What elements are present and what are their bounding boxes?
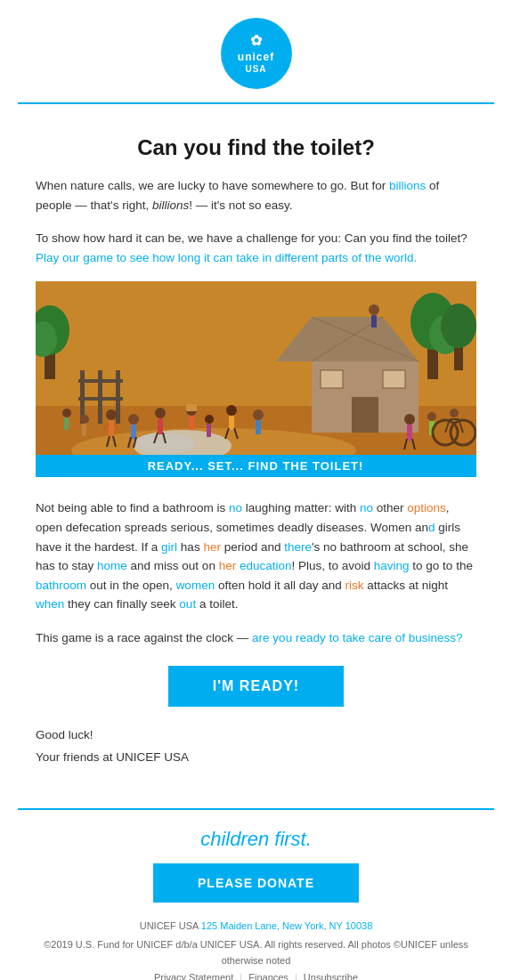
- svg-rect-59: [82, 424, 86, 436]
- her2-highlight: her: [219, 559, 237, 572]
- privacy-link[interactable]: Privacy Statement: [154, 972, 233, 980]
- having-highlight: having: [374, 559, 410, 572]
- svg-rect-15: [383, 370, 405, 388]
- ready-link[interactable]: are you ready to take care of business?: [252, 631, 462, 644]
- svg-point-41: [404, 414, 415, 425]
- education-highlight: education: [240, 559, 292, 572]
- svg-rect-55: [186, 404, 197, 411]
- svg-rect-21: [78, 379, 123, 383]
- scene-image-container: READY... SET... FIND THE TOILET!: [36, 281, 476, 481]
- page-title: Can you find the toilet?: [36, 135, 476, 160]
- svg-rect-22: [78, 397, 123, 401]
- good-luck-text: Good luck!: [36, 728, 476, 741]
- there-highlight: there: [284, 540, 312, 554]
- unicef-logo: ✿ unicef USA: [221, 18, 292, 89]
- footer: children first. PLEASE DONATE UNICEF USA…: [0, 810, 512, 980]
- svg-rect-32: [131, 425, 136, 439]
- logo-globe-icon: ✿: [250, 32, 262, 49]
- finances-link[interactable]: Finances: [248, 972, 289, 980]
- svg-point-58: [80, 415, 89, 424]
- logo-line1: unicef: [238, 51, 274, 63]
- svg-point-60: [205, 415, 214, 424]
- separator-2: |: [295, 972, 300, 980]
- svg-rect-52: [256, 420, 261, 434]
- svg-rect-13: [352, 397, 378, 433]
- challenge-prefix: To show how hard it can be, we have a ch…: [36, 231, 467, 245]
- her-highlight: her: [203, 540, 221, 554]
- footer-links: Privacy Statement | Finances | Unsubscri…: [36, 972, 476, 980]
- main-content: Can you find the toilet? When nature cal…: [0, 104, 512, 799]
- logo-line2: USA: [245, 64, 266, 75]
- options-highlight: options: [407, 501, 446, 514]
- svg-rect-54: [189, 416, 194, 430]
- risk-highlight: risk: [345, 579, 364, 592]
- scene-illustration: READY... SET... FIND THE TOILET!: [36, 281, 476, 477]
- footer-copyright: ©2019 U.S. Fund for UNICEF d/b/a UNICEF …: [36, 937, 476, 968]
- svg-point-56: [62, 409, 71, 417]
- game-link[interactable]: Play our game to see how long it can tak…: [36, 251, 417, 264]
- intro-paragraph: When nature calls, we are lucky to have …: [36, 176, 476, 215]
- svg-point-35: [155, 408, 166, 418]
- bathroom-highlight: bathroom: [36, 579, 86, 592]
- unsubscribe-link[interactable]: Unsubscribe: [304, 972, 358, 980]
- svg-point-45: [427, 412, 436, 421]
- ready-button[interactable]: I'M READY!: [168, 666, 344, 707]
- svg-text:READY... SET... FIND THE TOILE: READY... SET... FIND THE TOILET!: [148, 459, 364, 473]
- home-highlight: home: [97, 559, 127, 572]
- donate-button[interactable]: PLEASE DONATE: [153, 863, 359, 903]
- svg-rect-36: [158, 418, 163, 434]
- intro-text-part1: When nature calls, we are lucky to have …: [36, 179, 389, 192]
- footer-address: UNICEF USA 125 Maiden Lane, New York, NY…: [36, 919, 476, 935]
- svg-point-39: [369, 304, 379, 315]
- girl-highlight: girl: [161, 540, 177, 554]
- body-paragraph: Not being able to find a bathroom is no …: [36, 498, 476, 614]
- svg-point-67: [450, 409, 459, 417]
- svg-rect-57: [64, 417, 69, 430]
- billions-highlight-1: billions: [389, 179, 426, 192]
- svg-point-31: [128, 414, 139, 425]
- svg-rect-48: [229, 416, 234, 430]
- no-highlight: no: [229, 501, 242, 514]
- race-prefix: This game is a race against the clock —: [36, 631, 252, 644]
- when-highlight: when: [36, 597, 64, 611]
- svg-point-47: [226, 405, 237, 416]
- svg-rect-40: [371, 315, 377, 328]
- ready-button-container: I'M READY!: [36, 666, 476, 707]
- race-paragraph: This game is a race against the clock — …: [36, 628, 476, 648]
- svg-point-10: [441, 304, 476, 348]
- separator-1: |: [240, 972, 245, 980]
- email-header: ✿ unicef USA: [0, 0, 512, 102]
- children-first-text: children first.: [36, 828, 476, 851]
- women-highlight: women: [176, 579, 215, 592]
- and-highlight: d: [428, 521, 435, 534]
- svg-rect-14: [321, 370, 343, 388]
- no2-highlight: no: [360, 501, 373, 514]
- svg-rect-42: [407, 425, 412, 441]
- address-line1: UNICEF USA: [140, 920, 199, 931]
- friends-text: Your friends at UNICEF USA: [36, 750, 476, 764]
- challenge-paragraph: To show how hard it can be, we have a ch…: [36, 229, 476, 267]
- svg-point-51: [253, 409, 264, 420]
- address-link[interactable]: 125 Maiden Lane, New York, NY 10038: [201, 920, 372, 931]
- email-wrapper: ✿ unicef USA Can you find the toilet? Wh…: [0, 0, 512, 980]
- svg-rect-26: [109, 420, 114, 436]
- svg-point-25: [106, 409, 117, 420]
- svg-rect-61: [207, 424, 211, 437]
- out-highlight: out: [179, 597, 196, 611]
- donate-button-container: PLEASE DONATE: [36, 863, 476, 919]
